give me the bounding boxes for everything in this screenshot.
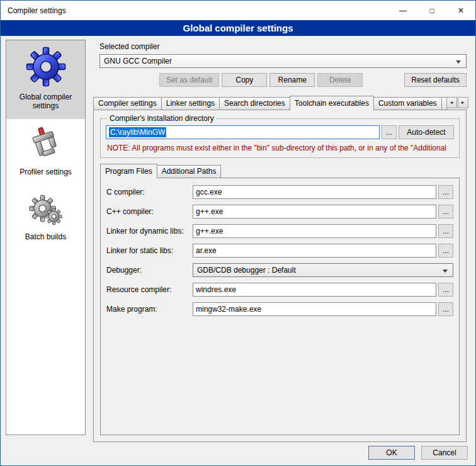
page-title: Global compiler settings	[1, 20, 475, 36]
dynamic-linker-value: g++.exe	[196, 227, 223, 236]
window-title: Compiler settings	[1, 6, 66, 15]
auto-detect-button[interactable]: Auto-detect	[399, 125, 454, 139]
make-program-value: mingw32-make.exe	[196, 305, 261, 314]
settings-category-sidebar: Global compiler settings	[6, 40, 86, 435]
compiler-actions: Set as default Copy Rename Delete Reset …	[92, 73, 467, 87]
minimize-button[interactable]: —	[388, 1, 417, 20]
window-controls: — □ ×	[388, 1, 475, 20]
cpp-compiler-label: C++ compiler:	[106, 207, 191, 216]
static-linker-value: ar.exe	[196, 246, 217, 255]
titlebar[interactable]: Compiler settings — □ ×	[1, 1, 475, 20]
ok-button[interactable]: OK	[368, 446, 415, 460]
main-panel: Selected compiler GNU GCC Compiler Set a…	[92, 40, 472, 442]
form-row: Debugger: GDB/CDB debugger : Default	[106, 263, 453, 277]
dynamic-linker-input[interactable]: g++.exe	[193, 224, 436, 238]
cpp-compiler-input[interactable]: g++.exe	[193, 205, 436, 219]
close-button[interactable]: ×	[446, 1, 475, 20]
installation-directory-row: C:\raylib\MinGW ... Auto-detect	[106, 125, 454, 139]
static-linker-label: Linker for static libs:	[106, 246, 191, 255]
maximize-button[interactable]: □	[417, 1, 446, 20]
form-row: Resource compiler: windres.exe ...	[106, 283, 453, 297]
delete-button[interactable]: Delete	[317, 73, 363, 87]
debugger-label: Debugger:	[106, 266, 191, 275]
chevron-down-icon	[456, 60, 461, 64]
installation-directory-group-title: Compiler's installation directory	[107, 114, 217, 123]
batch-gears-icon	[28, 191, 64, 227]
tab-scroll-right-button[interactable]: ►	[458, 97, 468, 108]
tab-linker-settings[interactable]: Linker settings	[161, 97, 220, 110]
form-row: Linker for static libs: ar.exe ...	[106, 244, 453, 258]
subtab-additional-paths[interactable]: Additional Paths	[157, 165, 222, 178]
static-linker-browse-button[interactable]: ...	[438, 244, 453, 258]
make-program-browse-button[interactable]: ...	[438, 302, 453, 316]
sidebar-item-global-compiler-settings[interactable]: Global compiler settings	[6, 40, 85, 119]
dialog-footer: OK Cancel	[368, 446, 468, 460]
c-compiler-value: gcc.exe	[196, 188, 222, 196]
cancel-button[interactable]: Cancel	[421, 446, 468, 460]
compiler-select-value: GNU GCC Compiler	[104, 57, 172, 65]
sidebar-item-label: Global compiler settings	[8, 93, 83, 110]
bin-subdirectory-note: NOTE: All programs must exist either in …	[107, 144, 454, 152]
install-dir-input[interactable]: C:\raylib\MinGW	[106, 125, 380, 139]
tab-scrollers: ◄ ►	[446, 97, 468, 108]
compiler-select[interactable]: GNU GCC Compiler	[99, 54, 467, 68]
tab-search-directories[interactable]: Search directories	[219, 97, 290, 110]
copy-button[interactable]: Copy	[222, 73, 267, 87]
debugger-select-value: GDB/CDB debugger : Default	[197, 266, 296, 275]
compiler-tabbar: Compiler settings Linker settings Search…	[93, 95, 467, 110]
debugger-select[interactable]: GDB/CDB debugger : Default	[193, 263, 453, 277]
install-dir-browse-button[interactable]: ...	[382, 125, 397, 139]
resource-compiler-input[interactable]: windres.exe	[193, 283, 436, 297]
cpp-compiler-browse-button[interactable]: ...	[438, 205, 453, 219]
make-program-input[interactable]: mingw32-make.exe	[193, 302, 436, 316]
static-linker-input[interactable]: ar.exe	[193, 244, 436, 258]
tab-custom-variables[interactable]: Custom variables	[373, 97, 442, 110]
form-row: C compiler: gcc.exe ...	[106, 185, 453, 199]
profiler-tool-icon	[28, 125, 64, 162]
c-compiler-label: C compiler:	[106, 188, 191, 196]
installation-directory-group: Compiler's installation directory C:\ray…	[100, 114, 460, 158]
form-row: C++ compiler: g++.exe ...	[106, 205, 453, 219]
dialog-body: Global compiler settings	[1, 36, 475, 465]
program-files-panel: C compiler: gcc.exe ... C++ compiler: g+…	[100, 178, 460, 435]
c-compiler-browse-button[interactable]: ...	[438, 185, 453, 199]
tab-scroll-left-button[interactable]: ◄	[446, 97, 457, 108]
program-subtabbar: Program Files Additional Paths	[100, 164, 461, 178]
rename-button[interactable]: Rename	[269, 73, 315, 87]
c-compiler-input[interactable]: gcc.exe	[193, 185, 436, 199]
form-row: Linker for dynamic libs: g++.exe ...	[106, 224, 453, 238]
dynamic-linker-label: Linker for dynamic libs:	[106, 227, 191, 236]
form-row: Make program: mingw32-make.exe ...	[106, 302, 453, 316]
resource-compiler-value: windres.exe	[196, 285, 236, 294]
sidebar-item-label: Batch builds	[25, 232, 66, 241]
cpp-compiler-value: g++.exe	[196, 207, 223, 216]
chevron-down-icon	[443, 270, 448, 273]
install-dir-value: C:\raylib\MinGW	[109, 127, 166, 137]
tab-compiler-settings[interactable]: Compiler settings	[93, 97, 162, 110]
subtab-program-files[interactable]: Program Files	[100, 164, 157, 178]
tab-toolchain-executables[interactable]: Toolchain executables	[290, 96, 374, 110]
resource-compiler-browse-button[interactable]: ...	[438, 283, 453, 297]
selected-compiler-label: Selected compiler	[99, 42, 472, 51]
resource-compiler-label: Resource compiler:	[106, 285, 191, 294]
compiler-settings-window: Compiler settings — □ × Global compiler …	[0, 0, 476, 466]
reset-defaults-button[interactable]: Reset defaults	[404, 73, 467, 87]
make-program-label: Make program:	[106, 305, 191, 314]
dynamic-linker-browse-button[interactable]: ...	[438, 224, 453, 238]
sidebar-item-batch-builds[interactable]: Batch builds	[6, 185, 85, 250]
blue-gear-icon	[26, 47, 66, 87]
sidebar-item-profiler-settings[interactable]: Profiler settings	[6, 119, 85, 185]
set-as-default-button[interactable]: Set as default	[159, 73, 219, 87]
toolchain-executables-panel: Compiler's installation directory C:\ray…	[93, 110, 467, 442]
sidebar-item-label: Profiler settings	[20, 168, 72, 176]
